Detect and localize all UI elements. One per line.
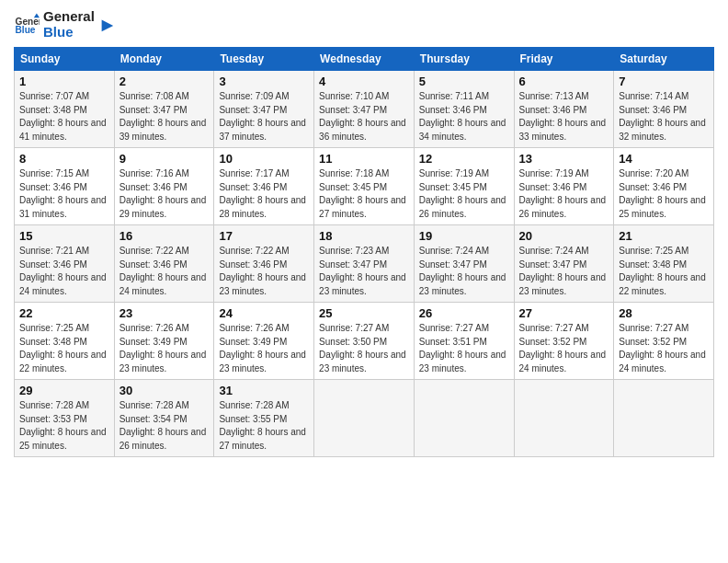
day-info: Sunrise: 7:19 AMSunset: 3:45 PMDaylight:… <box>419 167 509 221</box>
calendar-cell: 19 Sunrise: 7:24 AMSunset: 3:47 PMDaylig… <box>414 225 514 303</box>
calendar-cell <box>414 380 514 457</box>
day-number: 29 <box>19 384 109 397</box>
day-number: 9 <box>119 152 210 166</box>
day-info: Sunrise: 7:11 AMSunset: 3:46 PMDaylight:… <box>419 90 509 144</box>
week-row-1: 1 Sunrise: 7:07 AMSunset: 3:48 PMDayligh… <box>15 71 714 148</box>
calendar-cell: 31 Sunrise: 7:28 AMSunset: 3:55 PMDaylig… <box>214 380 314 457</box>
day-info: Sunrise: 7:24 AMSunset: 3:47 PMDaylight:… <box>419 245 509 298</box>
weekday-header-thursday: Thursday <box>414 48 514 71</box>
day-number: 23 <box>119 306 210 320</box>
calendar-cell: 15 Sunrise: 7:21 AMSunset: 3:46 PMDaylig… <box>15 225 115 303</box>
day-info: Sunrise: 7:27 AMSunset: 3:52 PMDaylight:… <box>619 322 709 375</box>
calendar-cell: 2 Sunrise: 7:08 AMSunset: 3:47 PMDayligh… <box>114 71 214 148</box>
day-number: 15 <box>19 229 109 243</box>
day-info: Sunrise: 7:22 AMSunset: 3:46 PMDaylight:… <box>219 245 309 298</box>
logo-text-blue: Blue <box>43 25 95 40</box>
calendar-cell: 9 Sunrise: 7:16 AMSunset: 3:46 PMDayligh… <box>114 148 214 225</box>
day-info: Sunrise: 7:25 AMSunset: 3:48 PMDaylight:… <box>19 322 109 375</box>
day-info: Sunrise: 7:24 AMSunset: 3:47 PMDaylight:… <box>519 245 609 298</box>
day-number: 20 <box>519 229 609 243</box>
day-info: Sunrise: 7:10 AMSunset: 3:47 PMDaylight:… <box>319 90 409 144</box>
day-number: 5 <box>419 75 509 88</box>
day-info: Sunrise: 7:27 AMSunset: 3:51 PMDaylight:… <box>419 322 509 375</box>
day-info: Sunrise: 7:28 AMSunset: 3:55 PMDaylight:… <box>219 399 309 453</box>
calendar-cell: 27 Sunrise: 7:27 AMSunset: 3:52 PMDaylig… <box>514 303 614 380</box>
calendar-cell: 21 Sunrise: 7:25 AMSunset: 3:48 PMDaylig… <box>614 225 714 303</box>
calendar-cell: 10 Sunrise: 7:17 AMSunset: 3:46 PMDaylig… <box>214 148 314 225</box>
day-info: Sunrise: 7:26 AMSunset: 3:49 PMDaylight:… <box>219 322 309 375</box>
calendar-table: SundayMondayTuesdayWednesdayThursdayFrid… <box>14 47 714 457</box>
calendar-cell <box>314 380 415 457</box>
day-number: 26 <box>419 306 509 320</box>
day-info: Sunrise: 7:19 AMSunset: 3:46 PMDaylight:… <box>519 167 609 221</box>
day-info: Sunrise: 7:15 AMSunset: 3:46 PMDaylight:… <box>19 167 109 221</box>
day-number: 16 <box>119 229 210 243</box>
calendar-cell: 7 Sunrise: 7:14 AMSunset: 3:46 PMDayligh… <box>614 71 714 148</box>
weekday-header-monday: Monday <box>114 48 214 71</box>
day-number: 11 <box>319 152 409 166</box>
logo-text-general: General <box>43 9 95 25</box>
day-number: 28 <box>619 306 709 320</box>
calendar-cell: 1 Sunrise: 7:07 AMSunset: 3:48 PMDayligh… <box>15 71 115 148</box>
day-number: 10 <box>219 152 309 166</box>
day-number: 19 <box>419 229 509 243</box>
calendar-cell: 13 Sunrise: 7:19 AMSunset: 3:46 PMDaylig… <box>514 148 614 225</box>
day-info: Sunrise: 7:08 AMSunset: 3:47 PMDaylight:… <box>119 90 210 144</box>
day-info: Sunrise: 7:21 AMSunset: 3:46 PMDaylight:… <box>19 245 109 298</box>
day-number: 31 <box>219 384 309 397</box>
weekday-header-wednesday: Wednesday <box>314 48 415 71</box>
week-row-4: 22 Sunrise: 7:25 AMSunset: 3:48 PMDaylig… <box>15 303 714 380</box>
day-info: Sunrise: 7:25 AMSunset: 3:48 PMDaylight:… <box>619 245 709 298</box>
page-header: General Blue General Blue <box>14 9 714 40</box>
weekday-header-row: SundayMondayTuesdayWednesdayThursdayFrid… <box>15 48 714 71</box>
calendar-cell: 28 Sunrise: 7:27 AMSunset: 3:52 PMDaylig… <box>614 303 714 380</box>
calendar-cell: 17 Sunrise: 7:22 AMSunset: 3:46 PMDaylig… <box>214 225 314 303</box>
day-number: 25 <box>319 306 409 320</box>
week-row-3: 15 Sunrise: 7:21 AMSunset: 3:46 PMDaylig… <box>15 225 714 303</box>
calendar-cell: 14 Sunrise: 7:20 AMSunset: 3:46 PMDaylig… <box>614 148 714 225</box>
calendar-cell: 23 Sunrise: 7:26 AMSunset: 3:49 PMDaylig… <box>114 303 214 380</box>
day-info: Sunrise: 7:17 AMSunset: 3:46 PMDaylight:… <box>219 167 309 221</box>
day-info: Sunrise: 7:09 AMSunset: 3:47 PMDaylight:… <box>219 90 309 144</box>
svg-marker-2 <box>34 13 40 17</box>
weekday-header-saturday: Saturday <box>614 48 714 71</box>
calendar-cell: 29 Sunrise: 7:28 AMSunset: 3:53 PMDaylig… <box>15 380 115 457</box>
day-number: 4 <box>319 75 409 88</box>
calendar-cell <box>514 380 614 457</box>
day-number: 13 <box>519 152 609 166</box>
calendar-cell: 5 Sunrise: 7:11 AMSunset: 3:46 PMDayligh… <box>414 71 514 148</box>
day-info: Sunrise: 7:22 AMSunset: 3:46 PMDaylight:… <box>119 245 210 298</box>
calendar-cell: 22 Sunrise: 7:25 AMSunset: 3:48 PMDaylig… <box>15 303 115 380</box>
day-info: Sunrise: 7:13 AMSunset: 3:46 PMDaylight:… <box>519 90 609 144</box>
day-info: Sunrise: 7:20 AMSunset: 3:46 PMDaylight:… <box>619 167 709 221</box>
calendar-cell: 3 Sunrise: 7:09 AMSunset: 3:47 PMDayligh… <box>214 71 314 148</box>
day-info: Sunrise: 7:28 AMSunset: 3:54 PMDaylight:… <box>119 399 210 453</box>
day-number: 1 <box>19 75 109 88</box>
calendar-cell: 8 Sunrise: 7:15 AMSunset: 3:46 PMDayligh… <box>15 148 115 225</box>
calendar-cell <box>614 380 714 457</box>
calendar-page: General Blue General Blue SundayMondayTu… <box>0 0 728 563</box>
day-number: 21 <box>619 229 709 243</box>
calendar-cell: 26 Sunrise: 7:27 AMSunset: 3:51 PMDaylig… <box>414 303 514 380</box>
day-number: 7 <box>619 75 709 88</box>
logo-icon: General Blue <box>14 12 40 38</box>
day-info: Sunrise: 7:28 AMSunset: 3:53 PMDaylight:… <box>19 399 109 453</box>
day-number: 2 <box>119 75 210 88</box>
weekday-header-tuesday: Tuesday <box>214 48 314 71</box>
calendar-cell: 6 Sunrise: 7:13 AMSunset: 3:46 PMDayligh… <box>514 71 614 148</box>
svg-text:Blue: Blue <box>16 25 36 35</box>
calendar-cell: 11 Sunrise: 7:18 AMSunset: 3:45 PMDaylig… <box>314 148 415 225</box>
day-number: 27 <box>519 306 609 320</box>
week-row-2: 8 Sunrise: 7:15 AMSunset: 3:46 PMDayligh… <box>15 148 714 225</box>
day-number: 14 <box>619 152 709 166</box>
day-info: Sunrise: 7:23 AMSunset: 3:47 PMDaylight:… <box>319 245 409 298</box>
calendar-cell: 24 Sunrise: 7:26 AMSunset: 3:49 PMDaylig… <box>214 303 314 380</box>
week-row-5: 29 Sunrise: 7:28 AMSunset: 3:53 PMDaylig… <box>15 380 714 457</box>
svg-marker-3 <box>101 19 113 31</box>
day-info: Sunrise: 7:18 AMSunset: 3:45 PMDaylight:… <box>319 167 409 221</box>
day-info: Sunrise: 7:26 AMSunset: 3:49 PMDaylight:… <box>119 322 210 375</box>
day-info: Sunrise: 7:14 AMSunset: 3:46 PMDaylight:… <box>619 90 709 144</box>
day-info: Sunrise: 7:07 AMSunset: 3:48 PMDaylight:… <box>19 90 109 144</box>
calendar-cell: 25 Sunrise: 7:27 AMSunset: 3:50 PMDaylig… <box>314 303 415 380</box>
calendar-cell: 4 Sunrise: 7:10 AMSunset: 3:47 PMDayligh… <box>314 71 415 148</box>
